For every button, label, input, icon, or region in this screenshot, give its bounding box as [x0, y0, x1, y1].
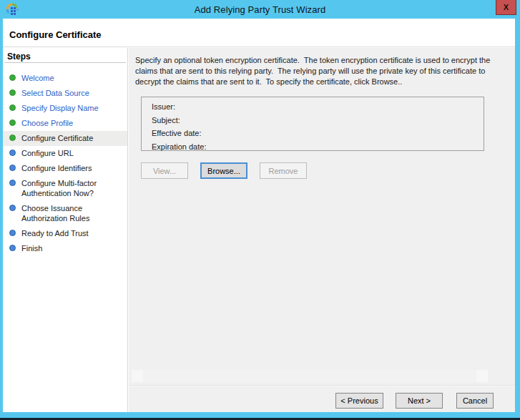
- next-button[interactable]: Next >: [396, 393, 443, 409]
- step-item-configure-identifiers: Configure Identifiers: [3, 161, 127, 176]
- horizontal-scrollbar[interactable]: [132, 370, 488, 382]
- certificate-field-row: Effective date:: [152, 127, 484, 140]
- step-complete-icon: [9, 89, 16, 96]
- step-label: Select Data Source: [21, 88, 89, 98]
- step-label: Welcome: [21, 73, 54, 83]
- step-complete-icon: [9, 104, 16, 111]
- step-current-icon: [9, 135, 16, 141]
- step-item-choose-profile[interactable]: Choose Profile: [3, 116, 127, 131]
- close-icon: X: [504, 4, 509, 11]
- scroll-left-button[interactable]: [132, 370, 143, 382]
- step-label: Configure Identifiers: [21, 163, 92, 173]
- certificate-field-row: Issuer:: [152, 100, 484, 114]
- footer-bar: < Previous Next > Cancel: [129, 385, 515, 412]
- step-item-configure-mfa: Configure Multi-factor Authentication No…: [3, 176, 127, 201]
- content-panel: Specify an optional token encryption cer…: [129, 48, 515, 412]
- effective-date-label: Effective date:: [152, 129, 202, 137]
- step-label: Configure Multi-factor Authentication No…: [21, 178, 126, 198]
- step-item-finish: Finish: [3, 241, 127, 256]
- close-button[interactable]: X: [496, 0, 516, 15]
- page-title: Configure Certificate: [9, 29, 102, 40]
- step-pending-icon: [9, 230, 16, 236]
- titlebar[interactable]: Add Relying Party Trust Wizard X: [0, 0, 520, 19]
- step-label: Ready to Add Trust: [21, 228, 89, 238]
- view-button[interactable]: View...: [141, 162, 188, 179]
- step-complete-icon: [9, 74, 16, 81]
- step-complete-icon: [9, 119, 16, 126]
- adfs-app-icon: [5, 2, 19, 16]
- expiration-date-label: Expiration date:: [152, 142, 206, 151]
- steps-panel: Steps Welcome Select Data Source Specify…: [3, 48, 128, 412]
- steps-list: Welcome Select Data Source Specify Displ…: [3, 71, 127, 256]
- step-label: Configure URL: [21, 148, 74, 158]
- steps-divider: [4, 62, 126, 63]
- subject-label: Subject:: [152, 116, 180, 124]
- page-header: Configure Certificate: [3, 19, 515, 47]
- certificate-field-row: Subject:: [152, 114, 484, 127]
- step-item-specify-display-name[interactable]: Specify Display Name: [3, 101, 127, 116]
- step-label: Choose Profile: [21, 118, 73, 128]
- steps-title: Steps: [7, 52, 31, 62]
- certificate-info-box: Issuer: Subject: Effective date: Expirat…: [141, 97, 484, 151]
- step-pending-icon: [9, 180, 16, 186]
- step-label: Configure Certificate: [21, 133, 93, 143]
- remove-button[interactable]: Remove: [260, 162, 307, 179]
- previous-button[interactable]: < Previous: [335, 393, 383, 409]
- step-item-choose-issuance-rules: Choose Issuance Authorization Rules: [3, 201, 127, 226]
- window-body: Configure Certificate Steps Welcome Sele…: [3, 19, 515, 412]
- step-item-select-data-source[interactable]: Select Data Source: [3, 86, 127, 101]
- step-item-ready-to-add-trust: Ready to Add Trust: [3, 226, 127, 241]
- browse-button[interactable]: Browse...: [200, 162, 247, 179]
- step-label: Specify Display Name: [21, 103, 99, 113]
- step-pending-icon: [9, 245, 16, 251]
- scroll-right-button[interactable]: [476, 370, 488, 382]
- step-pending-icon: [9, 150, 16, 156]
- step-item-configure-certificate: Configure Certificate: [3, 131, 127, 146]
- step-pending-icon: [9, 165, 16, 171]
- step-label: Choose Issuance Authorization Rules: [21, 203, 126, 223]
- cancel-button[interactable]: Cancel: [456, 393, 494, 409]
- certificate-field-row: Expiration date:: [152, 140, 484, 154]
- window-title: Add Relying Party Trust Wizard: [195, 4, 326, 15]
- step-pending-icon: [9, 205, 16, 211]
- issuer-label: Issuer:: [152, 102, 175, 111]
- description-text: Specify an optional token encryption cer…: [135, 55, 506, 87]
- step-item-configure-url: Configure URL: [3, 146, 127, 161]
- step-label: Finish: [21, 243, 42, 253]
- step-item-welcome[interactable]: Welcome: [3, 71, 127, 86]
- wizard-window: Add Relying Party Trust Wizard X Configu…: [0, 0, 520, 420]
